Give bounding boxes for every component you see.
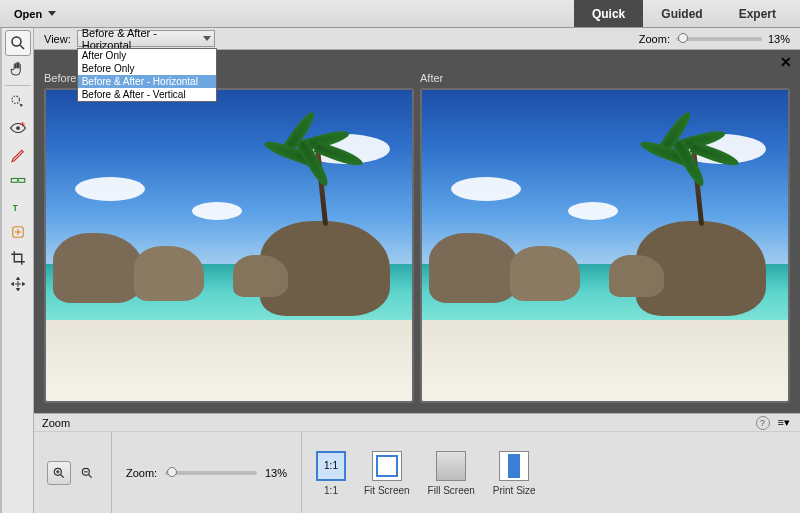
zoom-in-button[interactable]: [47, 461, 71, 485]
svg-line-13: [60, 475, 63, 478]
fit-one-label: 1:1: [324, 485, 338, 496]
panel-menu-icon[interactable]: ≡▾: [776, 416, 792, 430]
zoom-tool[interactable]: [5, 30, 31, 56]
bottom-title: Zoom: [42, 417, 70, 429]
options-bar: View: Before & After - Horizontal After …: [0, 28, 800, 50]
zoom-label: Zoom:: [639, 33, 670, 45]
view-dropdown[interactable]: Before & After - Horizontal After Only B…: [77, 30, 215, 47]
one-to-one-icon: 1:1: [316, 451, 346, 481]
fit-screen[interactable]: Fit Screen: [364, 451, 410, 496]
after-pane[interactable]: [420, 88, 790, 403]
zoom-buttons: [34, 432, 112, 513]
svg-line-1: [20, 45, 24, 49]
svg-text:T: T: [12, 204, 17, 213]
fill-screen-icon: [436, 451, 466, 481]
canvas-area: ✕ Before: [34, 50, 800, 413]
tab-guided[interactable]: Guided: [643, 0, 720, 27]
bottom-panel: Zoom ? ≡▾ Zoom: 13% 1:1 1:1 Fit Screen: [34, 413, 800, 513]
tool-strip: T: [0, 28, 34, 513]
svg-point-0: [12, 37, 21, 46]
view-option-after-only[interactable]: After Only: [78, 49, 216, 62]
dropdown-icon: [48, 11, 56, 16]
print-size[interactable]: Print Size: [493, 451, 536, 496]
zoom-label-bottom: Zoom:: [126, 467, 157, 479]
menubar: Open Quick Guided Expert: [0, 0, 800, 28]
svg-point-3: [16, 126, 20, 130]
straighten-tool[interactable]: [5, 167, 31, 193]
spot-heal-tool[interactable]: [5, 219, 31, 245]
slider-thumb-bottom[interactable]: [167, 467, 177, 477]
zoom-control-top: Zoom: 13%: [639, 33, 800, 45]
eye-tool[interactable]: [5, 115, 31, 141]
crop-tool[interactable]: [5, 245, 31, 271]
whiten-tool[interactable]: [5, 141, 31, 167]
view-label: View:: [44, 33, 71, 45]
hand-tool[interactable]: [5, 56, 31, 82]
fill-screen-label: Fill Screen: [428, 485, 475, 496]
open-menu[interactable]: Open: [6, 4, 64, 24]
slider-thumb[interactable]: [678, 33, 688, 43]
zoom-slider-top[interactable]: [676, 37, 762, 41]
zoom-value-top: 13%: [768, 33, 790, 45]
before-label: Before: [44, 72, 76, 84]
mode-tabs: Quick Guided Expert: [574, 0, 794, 27]
after-label: After: [420, 72, 443, 84]
zoom-slider-section: Zoom: 13%: [112, 432, 302, 513]
quick-select-tool[interactable]: [5, 89, 31, 115]
tab-expert[interactable]: Expert: [721, 0, 794, 27]
close-icon[interactable]: ✕: [780, 54, 792, 70]
type-tool[interactable]: T: [5, 193, 31, 219]
view-dropdown-popup: After Only Before Only Before & After - …: [77, 48, 217, 102]
fill-screen[interactable]: Fill Screen: [428, 451, 475, 496]
view-option-before-after-vertical[interactable]: Before & After - Vertical: [78, 88, 216, 101]
bottom-panel-header: Zoom ? ≡▾: [34, 414, 800, 432]
before-pane[interactable]: [44, 88, 414, 403]
open-label: Open: [14, 8, 42, 20]
zoom-out-button[interactable]: [75, 461, 99, 485]
svg-point-2: [12, 96, 20, 104]
fit-screen-icon: [372, 451, 402, 481]
chevron-down-icon: [203, 36, 211, 41]
print-size-icon: [499, 451, 529, 481]
fit-screen-label: Fit Screen: [364, 485, 410, 496]
help-icon[interactable]: ?: [756, 416, 770, 430]
view-selected: Before & After - Horizontal: [82, 27, 198, 51]
zoom-slider-bottom[interactable]: [165, 471, 257, 475]
move-tool[interactable]: [5, 271, 31, 297]
svg-point-7: [16, 179, 18, 181]
print-size-label: Print Size: [493, 485, 536, 496]
fit-options: 1:1 1:1 Fit Screen Fill Screen Print Siz…: [302, 443, 550, 504]
tab-quick[interactable]: Quick: [574, 0, 643, 27]
svg-line-17: [88, 475, 91, 478]
fit-one-to-one[interactable]: 1:1 1:1: [316, 451, 346, 496]
view-option-before-only[interactable]: Before Only: [78, 62, 216, 75]
tool-separator: [5, 85, 31, 86]
zoom-value-bottom: 13%: [265, 467, 287, 479]
view-option-before-after-horizontal[interactable]: Before & After - Horizontal: [78, 75, 216, 88]
